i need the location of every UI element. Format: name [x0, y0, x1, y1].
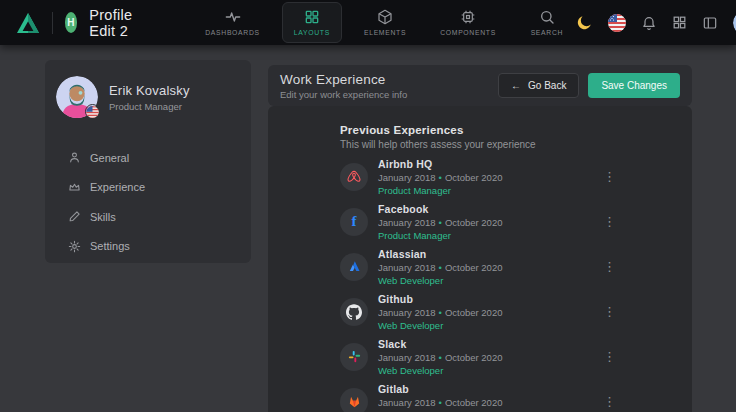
- menu-item-experience[interactable]: Experience: [68, 173, 251, 203]
- list-subheading: This will help others assess your experi…: [340, 139, 692, 150]
- list-heading: Previous Experiences: [340, 124, 692, 136]
- company-name: Gitlab: [378, 383, 502, 395]
- experience-row: Gitlab January 2018•October 2020 Web Dev…: [340, 379, 620, 412]
- row-menu-kebab-icon[interactable]: ⋮: [599, 394, 620, 410]
- cube-icon: [377, 9, 393, 25]
- section-title: Work Experience: [280, 72, 407, 87]
- row-menu-kebab-icon[interactable]: ⋮: [599, 169, 620, 185]
- user-summary: Erik Kovalsky Product Manager: [45, 60, 251, 118]
- menu-label: Experience: [90, 181, 145, 193]
- apps-grid-icon[interactable]: [672, 15, 687, 30]
- nav-label: ELEMENTS: [364, 29, 406, 36]
- experience-row: Airbnb HQ January 2018•October 2020 Prod…: [340, 154, 620, 199]
- nav-layouts[interactable]: LAYOUTS: [282, 2, 342, 43]
- job-role: Web Developer: [378, 275, 502, 286]
- experience-row: Atlassian January 2018•October 2020 Web …: [340, 244, 620, 289]
- nav-label: COMPONENTS: [440, 29, 496, 36]
- pen-icon: [68, 210, 81, 223]
- company-name: Atlassian: [378, 248, 502, 260]
- page-body: Erik Kovalsky Product Manager General: [0, 45, 736, 412]
- nav-label: DASHBOARDS: [205, 29, 260, 36]
- atlassian-logo-icon: [340, 253, 368, 281]
- profile-menu: General Experience Skills: [45, 143, 251, 261]
- go-back-label: Go Back: [528, 80, 566, 91]
- date-range: January 2018•October 2020: [378, 217, 502, 228]
- language-flag-icon[interactable]: [608, 14, 626, 32]
- menu-item-settings[interactable]: Settings: [68, 232, 251, 262]
- gear-icon: [68, 240, 81, 253]
- pulse-icon: [225, 9, 241, 25]
- page-title: Profile Edit 2: [89, 7, 141, 39]
- job-role: Product Manager: [378, 230, 502, 241]
- dot-separator: •: [439, 352, 442, 363]
- menu-label: Settings: [90, 240, 130, 252]
- date-range: January 2018•October 2020: [378, 397, 502, 408]
- user-name: Erik Kovalsky: [109, 83, 190, 98]
- divider: [52, 12, 53, 34]
- slack-logo-icon: [340, 343, 368, 371]
- menu-item-skills[interactable]: Skills: [68, 202, 251, 232]
- notifications-bell-icon[interactable]: [641, 15, 657, 31]
- date-range: January 2018•October 2020: [378, 262, 502, 273]
- company-name: Airbnb HQ: [378, 158, 502, 170]
- company-name: Facebook: [378, 203, 502, 215]
- nationality-flag-icon: [85, 104, 100, 119]
- menu-label: General: [90, 152, 129, 164]
- person-icon: [68, 151, 81, 164]
- row-menu-kebab-icon[interactable]: ⋮: [599, 304, 620, 320]
- nav-dashboards[interactable]: DASHBOARDS: [193, 2, 272, 43]
- github-logo-icon: [340, 298, 368, 326]
- user-role: Product Manager: [109, 101, 190, 112]
- dot-separator: •: [439, 262, 442, 273]
- row-menu-kebab-icon[interactable]: ⋮: [599, 349, 620, 365]
- crown-icon: [68, 181, 81, 194]
- company-name: Github: [378, 293, 502, 305]
- section-subtitle: Edit your work experience info: [280, 89, 407, 100]
- nav-components[interactable]: COMPONENTS: [428, 2, 508, 43]
- save-changes-button[interactable]: Save Changes: [588, 73, 680, 98]
- job-role: Web Developer: [378, 320, 502, 331]
- dot-separator: •: [439, 397, 442, 408]
- experience-list: Airbnb HQ January 2018•October 2020 Prod…: [340, 154, 620, 412]
- date-range: January 2018•October 2020: [378, 307, 502, 318]
- dot-separator: •: [439, 307, 442, 318]
- company-name: Slack: [378, 338, 502, 350]
- date-range: January 2018•October 2020: [378, 172, 502, 183]
- job-role: Product Manager: [378, 185, 502, 196]
- row-menu-kebab-icon[interactable]: ⋮: [599, 214, 620, 230]
- row-menu-kebab-icon[interactable]: ⋮: [599, 259, 620, 275]
- experience-panel: Previous Experiences This will help othe…: [268, 106, 692, 412]
- left-arrow-icon: ←: [511, 80, 521, 91]
- experience-row: Github January 2018•October 2020 Web Dev…: [340, 289, 620, 334]
- workspace-badge: H: [65, 12, 78, 33]
- go-back-button[interactable]: ← Go Back: [498, 73, 579, 98]
- grid-layout-icon: [304, 9, 320, 25]
- cpu-icon: [460, 9, 476, 25]
- app-logo-icon[interactable]: [16, 12, 40, 34]
- main-nav: DASHBOARDS LAYOUTS ELEMENTS: [193, 2, 576, 43]
- airbnb-logo-icon: [340, 163, 368, 191]
- job-role: Web Developer: [378, 365, 502, 376]
- gitlab-logo-icon: [340, 388, 368, 412]
- content-header: Work Experience Edit your work experienc…: [268, 65, 692, 106]
- nav-label: LAYOUTS: [294, 29, 330, 36]
- menu-item-general[interactable]: General: [68, 143, 251, 173]
- dot-separator: •: [439, 172, 442, 183]
- date-range: January 2018•October 2020: [378, 352, 502, 363]
- dark-mode-moon-icon[interactable]: [576, 14, 593, 31]
- nav-search[interactable]: SEARCH: [518, 2, 576, 43]
- profile-sidebar: Erik Kovalsky Product Manager General: [45, 60, 251, 263]
- dot-separator: •: [439, 217, 442, 228]
- search-icon: [539, 9, 555, 25]
- sidebar-panel-icon[interactable]: [702, 15, 718, 31]
- menu-label: Skills: [90, 211, 116, 223]
- facebook-logo-icon: f: [340, 208, 368, 236]
- nav-elements[interactable]: ELEMENTS: [352, 2, 418, 43]
- topbar: H Profile Edit 2 DASHBOARDS LAYOUTS: [0, 0, 736, 45]
- nav-label: SEARCH: [531, 29, 564, 36]
- experience-row: f Facebook January 2018•October 2020 Pro…: [340, 199, 620, 244]
- experience-row: Slack January 2018•October 2020 Web Deve…: [340, 334, 620, 379]
